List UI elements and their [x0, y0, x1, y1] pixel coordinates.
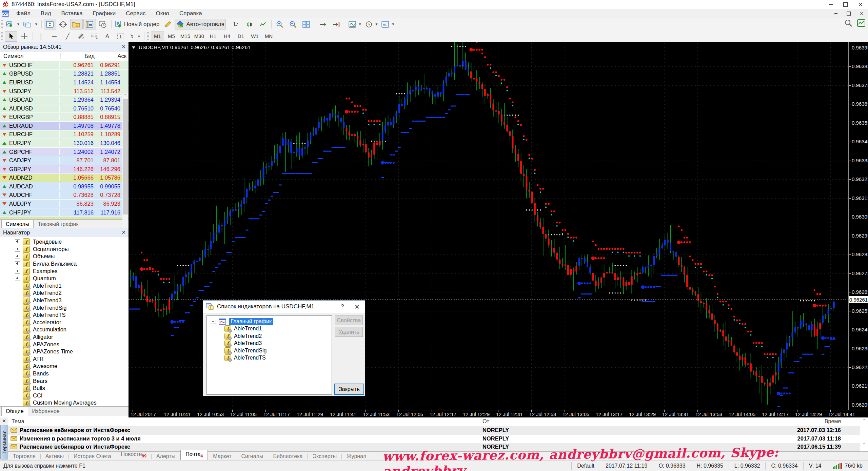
column-bid[interactable]: Бид [60, 53, 98, 59]
close-icon[interactable]: ✕ [0, 417, 8, 424]
navigator-item-Accelerator[interactable]: fAccelerator [0, 319, 129, 326]
terminal-tab-Активы[interactable]: Активы [41, 452, 68, 460]
market-watch-toggle[interactable] [44, 19, 56, 29]
terminal-tab-Новости[interactable]: Новости99 [116, 450, 151, 460]
navigator-item-APAZones[interactable]: fAPAZones [0, 341, 129, 348]
scroll-up-icon[interactable]: ⌃ [861, 418, 867, 423]
market-watch-row-USDJPY[interactable]: USDJPY113.512113.542 [0, 87, 129, 96]
zoom-out-button[interactable] [287, 19, 299, 29]
crosshair-tool[interactable] [18, 31, 31, 42]
navigator-item-AbleTrendTS[interactable]: fAbleTrendTS [0, 311, 129, 319]
terminal-tab-Алерты[interactable]: Алерты [152, 452, 180, 460]
text-label-tool[interactable]: T [114, 31, 127, 42]
navigator-toggle[interactable] [70, 19, 83, 29]
navigator-item-Осцилляторы[interactable]: fОсцилляторы [0, 246, 129, 253]
expand-plus-icon[interactable] [15, 247, 20, 252]
column-from[interactable]: От [482, 418, 489, 425]
chevron-down-icon[interactable] [132, 46, 135, 49]
market-watch-row-CHFJPY[interactable]: CHFJPY117.816117.916 [0, 208, 129, 217]
dialog-indicator-AbleTrendTS[interactable]: fAbleTrendTS [207, 354, 332, 362]
dialog-tree-root-label[interactable]: Главный график [229, 318, 273, 325]
dialog-indicator-AbleTrend1[interactable]: fAbleTrend1 [207, 325, 332, 333]
child-close-icon[interactable]: ✕ [855, 9, 868, 18]
terminal-tab-Эксперты[interactable]: Эксперты [308, 452, 341, 460]
timeframe-H4[interactable]: H4 [220, 32, 234, 41]
navigator-item-ATR[interactable]: fATR [0, 355, 129, 363]
zoom-in-button[interactable] [274, 19, 286, 29]
expand-plus-icon[interactable] [15, 276, 20, 281]
bar-chart-button[interactable] [230, 19, 243, 29]
navigator-item-Объемы[interactable]: fОбъемы [0, 253, 129, 260]
menu-item-Графики[interactable]: Графики [88, 9, 121, 18]
market-watch-row-CADJPY[interactable]: CADJPY87.70187.801 [0, 156, 129, 165]
dialog-tree-root[interactable]: Главный график [207, 318, 332, 325]
data-window-toggle[interactable] [57, 19, 70, 29]
scroll-down-icon[interactable]: ⌄ [861, 441, 867, 445]
trendline-tool[interactable]: ╱ [61, 31, 74, 42]
terminal-tab-Маркет[interactable]: Маркет [208, 452, 236, 460]
vertical-line-tool[interactable]: │ [35, 31, 47, 42]
navigator-item-AbleTrend1[interactable]: fAbleTrend1 [0, 282, 129, 290]
mail-row[interactable]: Расписание вебинаров от ИнстаФорексNOREP… [8, 426, 860, 435]
navigator-item-Bears[interactable]: fBears [0, 377, 129, 385]
timeframe-D1[interactable]: D1 [234, 32, 248, 41]
auto-trading-button[interactable]: Авто-торговля [175, 19, 225, 29]
collapse-minus-icon[interactable] [211, 319, 216, 324]
horizontal-line-tool[interactable]: ─ [48, 31, 61, 42]
navigator-item-Трендовые[interactable]: fТрендовые [0, 238, 129, 246]
new-chart-button[interactable]: ▼ [5, 19, 21, 29]
maximize-icon[interactable] [838, 0, 853, 9]
help-icon[interactable]: ? [336, 303, 349, 310]
navigator-header[interactable]: Навигатор ✕ [0, 228, 129, 237]
terminal-tab-Почта[interactable]: Почта4 [180, 450, 208, 460]
menu-item-Справка[interactable]: Справка [174, 9, 207, 18]
market-watch-row-GBPUSD[interactable]: GBPUSD1.288211.28851 [0, 70, 129, 79]
expand-plus-icon[interactable] [15, 239, 20, 244]
mail-scrollbar[interactable]: ⌃ ⌄ [861, 417, 867, 451]
dialog-indicator-AbleTrend2[interactable]: fAbleTrend2 [207, 332, 332, 340]
navigator-item-CCI[interactable]: fCCI [0, 392, 129, 399]
navigator-item-Alligator[interactable]: fAlligator [0, 333, 129, 341]
navigator-item-Билла-Вильямса[interactable]: fБилла Вильямса [0, 260, 129, 268]
mini-chart-icon[interactable] [857, 19, 865, 27]
tile-windows-button[interactable] [300, 19, 313, 29]
timeframe-MN[interactable]: MN [262, 32, 275, 41]
expand-plus-icon[interactable] [15, 254, 20, 259]
timeframe-W1[interactable]: W1 [248, 32, 261, 41]
profiles-button[interactable]: ▼ [22, 19, 39, 29]
menu-item-Вид[interactable]: Вид [36, 9, 56, 18]
periods-button[interactable]: ▼ [364, 19, 380, 29]
close-icon[interactable]: ✕ [121, 228, 126, 237]
market-watch-row-EURCHF[interactable]: EURCHF1.102591.10289 [0, 130, 129, 139]
terminal-toggle[interactable] [83, 19, 96, 29]
child-restore-icon[interactable] [842, 9, 855, 18]
scrollbar-thumb[interactable] [123, 99, 128, 214]
dialog-indicator-AbleTrendSig[interactable]: fAbleTrendSig [207, 347, 332, 354]
strategy-tester-toggle[interactable] [97, 19, 109, 29]
navigator-item-AbleTrend2[interactable]: fAbleTrend2 [0, 289, 129, 297]
toolbar-grip[interactable] [147, 32, 149, 40]
terminal-tab-История Счета[interactable]: История Счета [69, 452, 116, 460]
arrows-tool[interactable]: ▼ [127, 31, 142, 42]
terminal-tab-Сигналы[interactable]: Сигналы [236, 452, 268, 460]
new-order-button[interactable]: Новый ордер [114, 19, 161, 29]
navigator-item-AbleTrend3[interactable]: fAbleTrend3 [0, 297, 129, 304]
time-axis[interactable]: 12 Jul 201712 Jul 10:4112 Jul 10:5312 Ju… [129, 410, 868, 418]
market-watch-row-AUDCHF[interactable]: AUDCHF0.736280.73728 [0, 191, 129, 200]
navigator-item-Quantum[interactable]: fQuantum [0, 275, 129, 282]
column-ask[interactable]: Аск [98, 53, 129, 59]
market-watch-row-EURJPY[interactable]: EURJPY130.016130.046 [0, 139, 129, 148]
menu-item-Вставка[interactable]: Вставка [56, 9, 88, 18]
market-watch-row-USDCHF[interactable]: USDCHF0.962610.96291 [0, 61, 129, 70]
terminal-vertical-tab[interactable]: Терминал [0, 425, 8, 459]
navigator-item-APAZones-Time[interactable]: fAPAZones Time [0, 348, 129, 355]
market-watch-row-EURAUD[interactable]: EURAUD1.497081.49778 [0, 122, 129, 130]
dialog-title-bar[interactable]: f Список индикаторов на USDCHF,M1 ? ✕ [203, 301, 365, 313]
scroll-up-icon[interactable]: ⌃ [124, 93, 127, 97]
column-subject[interactable]: Тема [12, 418, 24, 425]
market-watch-row-AUDJPY[interactable]: AUDJPY86.82386.923 [0, 200, 129, 208]
navigator-item-Custom-Moving-Averages[interactable]: fCustom Moving Averages [0, 399, 129, 406]
text-tool[interactable]: A [101, 31, 114, 42]
column-time[interactable]: Время [825, 418, 841, 425]
close-button[interactable]: Закрыть [334, 384, 364, 395]
